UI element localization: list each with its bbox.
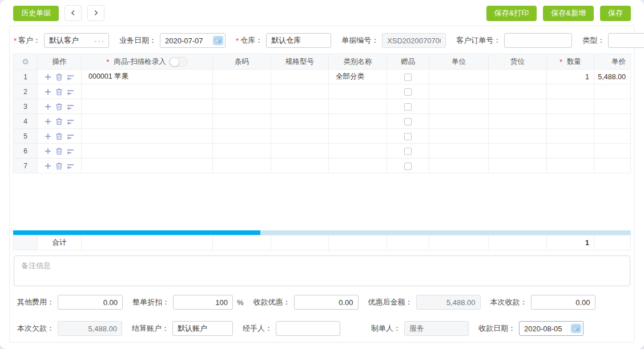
qty-cell[interactable]: 1 xyxy=(547,70,594,84)
price-cell[interactable] xyxy=(594,159,631,173)
location-cell[interactable] xyxy=(489,159,547,173)
qty-cell[interactable] xyxy=(547,84,594,99)
handler-input[interactable] xyxy=(276,321,340,336)
spec-cell[interactable] xyxy=(271,129,329,144)
spec-cell[interactable] xyxy=(271,114,329,129)
barcode-cell[interactable] xyxy=(213,159,271,173)
insert-row-icon[interactable] xyxy=(67,148,74,155)
add-row-icon[interactable] xyxy=(45,148,51,155)
gift-checkbox[interactable] xyxy=(404,74,412,81)
add-row-icon[interactable] xyxy=(45,163,51,169)
barcode-cell[interactable] xyxy=(213,84,271,99)
qty-cell[interactable] xyxy=(547,114,594,129)
save-print-button[interactable]: 保存&打印 xyxy=(486,6,537,21)
spec-cell[interactable] xyxy=(271,99,329,114)
location-cell[interactable] xyxy=(489,84,547,99)
insert-row-icon[interactable] xyxy=(67,74,74,80)
barcode-cell[interactable] xyxy=(213,114,271,129)
category-cell[interactable] xyxy=(329,129,387,144)
gift-checkbox[interactable] xyxy=(404,88,412,96)
add-row-icon[interactable] xyxy=(45,133,51,140)
location-cell[interactable] xyxy=(489,70,547,84)
scan-gun-toggle[interactable] xyxy=(169,57,188,67)
horizontal-scrollbar[interactable] xyxy=(13,230,631,235)
qty-cell[interactable] xyxy=(547,129,594,144)
price-cell[interactable]: 5,488.00 xyxy=(594,70,631,84)
product-cell[interactable]: 000001 苹果 xyxy=(82,70,213,84)
calendar-icon[interactable] xyxy=(213,36,223,45)
unit-cell[interactable] xyxy=(429,70,489,84)
unit-cell[interactable] xyxy=(429,129,489,144)
spec-cell[interactable] xyxy=(271,159,329,173)
gift-checkbox[interactable] xyxy=(404,118,412,125)
price-cell[interactable] xyxy=(594,144,631,159)
spec-cell[interactable] xyxy=(271,70,329,84)
other-fee-input[interactable] xyxy=(58,295,123,310)
category-cell[interactable] xyxy=(329,114,387,129)
product-cell[interactable] xyxy=(82,144,213,159)
qty-cell[interactable] xyxy=(547,159,594,173)
prev-doc-button[interactable] xyxy=(65,5,82,21)
price-cell[interactable] xyxy=(594,84,631,99)
delete-row-icon[interactable] xyxy=(56,133,62,140)
type-input[interactable] xyxy=(608,33,644,48)
delete-row-icon[interactable] xyxy=(56,74,62,80)
unit-cell[interactable] xyxy=(429,99,489,114)
history-docs-button[interactable]: 历史单据 xyxy=(13,6,59,21)
add-row-icon[interactable] xyxy=(45,118,51,125)
spec-cell[interactable] xyxy=(271,144,329,159)
next-doc-button[interactable] xyxy=(87,5,104,21)
price-cell[interactable] xyxy=(594,114,631,129)
location-cell[interactable] xyxy=(489,144,547,159)
product-cell[interactable] xyxy=(82,159,213,173)
delete-row-icon[interactable] xyxy=(56,163,62,169)
insert-row-icon[interactable] xyxy=(67,133,74,140)
gift-checkbox[interactable] xyxy=(404,103,412,111)
barcode-cell[interactable] xyxy=(213,99,271,114)
category-cell[interactable] xyxy=(329,159,387,173)
warehouse-input[interactable] xyxy=(266,33,331,48)
unit-cell[interactable] xyxy=(429,144,489,159)
qty-cell[interactable] xyxy=(547,144,594,159)
delete-row-icon[interactable] xyxy=(56,118,62,125)
customer-order-no-input[interactable] xyxy=(504,33,572,48)
spec-cell[interactable] xyxy=(271,84,329,99)
product-cell[interactable] xyxy=(82,84,213,99)
settlement-account-input[interactable] xyxy=(172,321,233,336)
save-new-button[interactable]: 保存&新增 xyxy=(543,6,594,21)
insert-row-icon[interactable] xyxy=(67,104,74,110)
location-cell[interactable] xyxy=(489,129,547,144)
insert-row-icon[interactable] xyxy=(67,119,74,125)
gift-checkbox[interactable] xyxy=(404,133,412,140)
delete-row-icon[interactable] xyxy=(56,103,62,110)
insert-row-icon[interactable] xyxy=(67,163,74,169)
delete-row-icon[interactable] xyxy=(56,88,62,95)
save-button[interactable]: 保存 xyxy=(600,6,631,21)
unit-cell[interactable] xyxy=(429,84,489,99)
price-cell[interactable] xyxy=(594,129,631,144)
category-cell[interactable] xyxy=(329,99,387,114)
gift-checkbox[interactable] xyxy=(404,148,412,155)
category-cell[interactable] xyxy=(329,84,387,99)
category-cell[interactable] xyxy=(329,144,387,159)
location-cell[interactable] xyxy=(489,99,547,114)
barcode-cell[interactable] xyxy=(213,144,271,159)
payment-discount-input[interactable] xyxy=(294,295,359,310)
add-row-icon[interactable] xyxy=(45,103,51,110)
delete-row-icon[interactable] xyxy=(56,148,62,155)
add-row-icon[interactable] xyxy=(45,88,51,95)
remarks-textarea[interactable] xyxy=(14,255,630,286)
barcode-cell[interactable] xyxy=(213,70,271,84)
scrollbar-thumb[interactable] xyxy=(13,230,260,235)
unit-cell[interactable] xyxy=(429,159,489,173)
price-cell[interactable] xyxy=(594,99,631,114)
product-cell[interactable] xyxy=(82,99,213,114)
category-cell[interactable]: 全部分类 xyxy=(329,70,387,84)
barcode-cell[interactable] xyxy=(213,129,271,144)
location-cell[interactable] xyxy=(489,114,547,129)
gift-checkbox[interactable] xyxy=(404,163,412,170)
calendar-icon[interactable] xyxy=(571,324,581,333)
gear-icon[interactable]: ⚙ xyxy=(22,57,29,66)
add-row-icon[interactable] xyxy=(45,74,51,80)
product-cell[interactable] xyxy=(82,129,213,144)
